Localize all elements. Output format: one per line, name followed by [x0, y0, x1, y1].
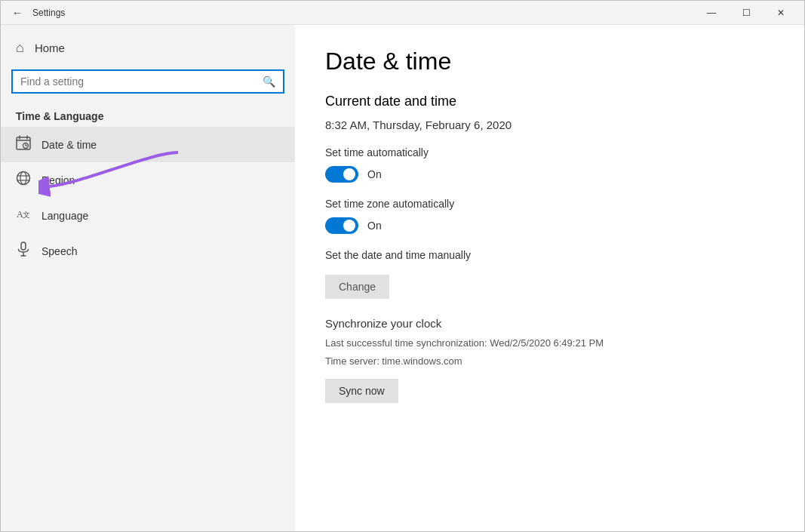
sync-info-1: Last successful time synchronization: We… — [325, 336, 774, 351]
sync-title: Synchronize your clock — [325, 317, 774, 330]
minimize-button[interactable]: — — [694, 1, 729, 25]
sidebar-item-home[interactable]: ⌂ Home — [1, 32, 295, 63]
page-title: Date & time — [325, 48, 774, 75]
current-section-heading: Current date and time — [325, 94, 774, 109]
region-icon — [16, 171, 31, 189]
language-icon: A 文 — [16, 206, 31, 225]
auto-timezone-label: Set time zone automatically — [325, 198, 774, 210]
date-time-icon — [16, 135, 31, 154]
auto-time-value: On — [367, 168, 382, 180]
search-icon: 🔍 — [263, 75, 275, 88]
close-icon: ✕ — [777, 8, 785, 18]
svg-point-7 — [17, 172, 30, 185]
maximize-icon: ☐ — [742, 8, 751, 18]
content-panel: Date & time Current date and time 8:32 A… — [295, 25, 804, 531]
sidebar-item-language[interactable]: A 文 Language — [1, 198, 295, 233]
minimize-icon: — — [707, 8, 716, 18]
sidebar-item-speech-label: Speech — [41, 245, 77, 257]
current-datetime: 8:32 AM, Thursday, February 6, 2020 — [325, 118, 774, 131]
main-content: ⌂ Home 🔍 Time & Language — [1, 25, 804, 531]
titlebar: ← Settings — ☐ ✕ — [1, 1, 804, 25]
sidebar-item-language-label: Language — [41, 210, 88, 222]
manual-label: Set the date and time manually — [325, 249, 774, 261]
svg-rect-14 — [21, 242, 26, 250]
back-button[interactable]: ← — [7, 2, 28, 23]
sidebar: ⌂ Home 🔍 Time & Language — [1, 25, 295, 531]
sync-now-button[interactable]: Sync now — [325, 379, 398, 403]
change-button[interactable]: Change — [325, 275, 389, 299]
svg-text:文: 文 — [23, 211, 30, 219]
search-box[interactable]: 🔍 — [11, 69, 284, 94]
sync-section: Synchronize your clock Last successful t… — [325, 317, 774, 403]
section-title: Time & Language — [1, 104, 295, 127]
window-controls: — ☐ ✕ — [694, 1, 798, 25]
svg-point-8 — [20, 172, 26, 185]
auto-timezone-toggle[interactable] — [325, 217, 358, 234]
toggle-knob-2 — [343, 220, 355, 232]
sidebar-item-speech[interactable]: Speech — [1, 233, 295, 269]
auto-timezone-value: On — [367, 220, 382, 232]
sidebar-item-date-time[interactable]: Date & time — [1, 127, 295, 162]
sidebar-item-date-time-label: Date & time — [41, 139, 97, 151]
sync-info-2: Time server: time.windows.com — [325, 354, 774, 369]
toggle-knob — [343, 168, 355, 180]
search-input[interactable] — [20, 75, 263, 88]
maximize-button[interactable]: ☐ — [729, 1, 764, 25]
window-title: Settings — [32, 8, 65, 18]
sidebar-item-region[interactable]: Region — [1, 162, 295, 198]
auto-time-toggle-row: On — [325, 166, 774, 183]
close-button[interactable]: ✕ — [764, 1, 798, 25]
home-label: Home — [35, 42, 65, 54]
home-icon: ⌂ — [16, 40, 24, 56]
sidebar-item-region-label: Region — [41, 174, 75, 186]
auto-time-toggle[interactable] — [325, 166, 358, 183]
speech-icon — [16, 241, 31, 260]
auto-timezone-toggle-row: On — [325, 217, 774, 234]
manual-section: Set the date and time manually Change — [325, 249, 774, 299]
back-icon: ← — [12, 7, 23, 19]
auto-time-label: Set time automatically — [325, 146, 774, 158]
